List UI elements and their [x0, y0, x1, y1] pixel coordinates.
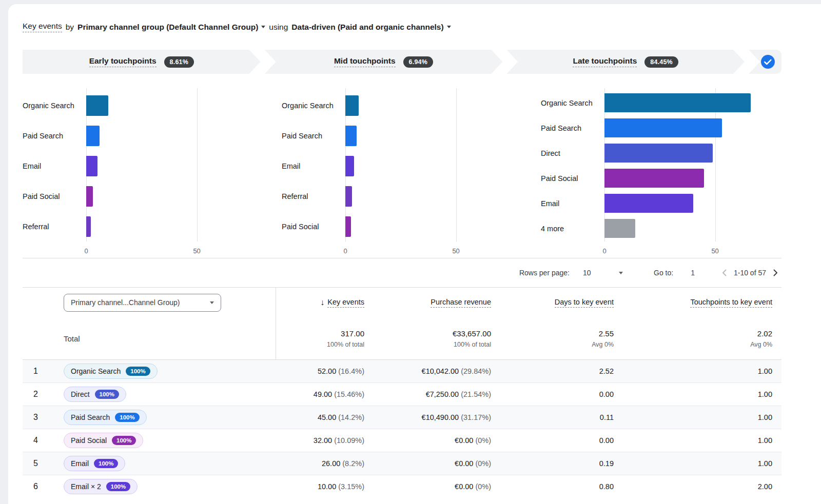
rows-per-page-select[interactable]: 10 [583, 269, 623, 277]
funnel-segment-mid-touchpoints[interactable]: Mid touchpoints 6.94% [265, 50, 503, 74]
check-circle-icon [761, 55, 775, 69]
chart-category-label: Email [541, 199, 604, 208]
attribution-model-selector[interactable]: Data-driven (Paid and organic channels) [291, 23, 451, 32]
cell-touchpoints-to-key-event: 1.00 [614, 413, 781, 421]
key-events-metric-label[interactable]: Key events [23, 22, 62, 32]
report-card: Key events by Primary channel group (Def… [8, 4, 821, 504]
dimension-selector[interactable]: Primary channel group (Default Channel G… [77, 23, 265, 32]
column-header-touchpoints-to-key-event[interactable]: Touchpoints to key event [614, 288, 781, 317]
cell-touchpoints-to-key-event: 1.00 [614, 459, 781, 468]
cell-days-to-key-event: 0.00 [491, 436, 614, 445]
chart-category-label: Organic Search [282, 102, 345, 110]
chevron-down-icon [619, 272, 623, 274]
chart-category-label: Referral [282, 192, 345, 200]
column-header-label: Touchpoints to key event [690, 298, 772, 308]
cell-touchpoints-to-key-event: 1.00 [614, 436, 781, 445]
chart-bar-track [86, 156, 263, 176]
cell-touchpoints-to-key-event: 1.00 [614, 390, 781, 398]
chart-bar[interactable] [604, 118, 722, 137]
chart-category-label: Paid Social [23, 192, 86, 200]
cell-key-events: 45.00(14.2%) [276, 413, 364, 421]
channel-name: Email [71, 459, 89, 468]
attribution-percent-badge: 100% [106, 482, 130, 491]
chart-bar[interactable] [86, 95, 108, 116]
header-index-spacer [23, 288, 64, 317]
chart-bar-track [604, 118, 781, 137]
chart-bar[interactable] [345, 156, 354, 176]
chart-bar-track [604, 194, 781, 213]
chart-bar[interactable] [86, 216, 91, 237]
chart-bar-track [345, 216, 522, 237]
chart-bar[interactable] [86, 126, 100, 146]
cell-key-events: 49.00(15.46%) [276, 390, 364, 398]
row-index: 6 [23, 482, 64, 491]
chart-bar[interactable] [345, 95, 359, 116]
cell-purchase-revenue: €0.00(0%) [364, 436, 491, 445]
cell-key-events: 52.00(16.4%) [276, 367, 364, 375]
chart-bar[interactable] [86, 186, 93, 207]
chart-bar[interactable] [604, 194, 693, 213]
funnel-segment-percent-badge: 8.61% [164, 56, 194, 68]
chart-bar-track [604, 144, 781, 163]
goto-label: Go to: [654, 269, 673, 277]
table-row[interactable]: 6 Email × 2 100% 10.00(3.15%) €0.00(0%) … [23, 475, 781, 498]
chart-bar[interactable] [604, 169, 704, 188]
table-row[interactable]: 2 Direct 100% 49.00(15.46%) €7,250.00(21… [23, 382, 781, 406]
row-index: 5 [23, 459, 64, 468]
cell-days-to-key-event: 0.80 [491, 482, 614, 491]
channel-name: Email × 2 [71, 482, 101, 491]
chart-bar[interactable] [345, 186, 352, 207]
table-row[interactable]: 3 Paid Search 100% 45.00(14.2%) €10,490.… [23, 406, 781, 429]
column-header-days-to-key-event[interactable]: Days to key event [491, 288, 614, 317]
chart-bar-track [86, 126, 263, 146]
chart-bar[interactable] [604, 219, 635, 238]
previous-page-icon[interactable] [718, 267, 731, 279]
channel-chip: Paid Social 100% [64, 433, 143, 448]
chart-mid-touchpoints: Organic SearchPaid SearchEmailReferralPa… [282, 90, 522, 258]
cell-days-to-key-event: 0.19 [491, 459, 614, 468]
cell-key-events: 32.00(10.09%) [276, 436, 364, 445]
next-page-icon[interactable] [769, 267, 781, 279]
channel-chip: Email 100% [64, 456, 125, 471]
total-purchase-revenue: €33,657.00 100% of total [364, 317, 491, 359]
chart-bar-track [345, 186, 522, 207]
column-header-key-events[interactable]: ↓ Key events [276, 288, 364, 317]
chart-category-label: Referral [23, 223, 86, 231]
chart-bar-track [345, 95, 522, 116]
attribution-table: Primary channel...Channel Group) ↓ Key e… [23, 287, 781, 498]
channel-chip: Organic Search 100% [64, 364, 158, 379]
chart-bar[interactable] [86, 156, 97, 176]
title-by: by [66, 23, 74, 32]
rows-per-page-label: Rows per page: [519, 269, 570, 277]
axis-tick-label: 50 [711, 247, 718, 255]
chart-category-label: Paid Social [541, 174, 604, 183]
table-row[interactable]: 4 Paid Social 100% 32.00(10.09%) €0.00(0… [23, 429, 781, 452]
chart-bar-track [345, 156, 522, 176]
chart-bar[interactable] [604, 93, 751, 112]
channel-chip: Paid Search 100% [64, 410, 147, 425]
chart-x-axis: 050 [345, 241, 522, 258]
chart-category-label: Paid Search [282, 132, 345, 140]
funnel-segment-early-touchpoints[interactable]: Early touchpoints 8.61% [23, 50, 261, 74]
funnel-segment-late-touchpoints[interactable]: Late touchpoints 84.45% [506, 50, 745, 74]
goto-page-input[interactable]: 1 [691, 269, 695, 277]
report-title: Key events by Primary channel group (Def… [23, 22, 781, 32]
cell-purchase-revenue: €10,042.00(29.84%) [364, 367, 491, 375]
funnel-selected-check[interactable] [749, 50, 781, 74]
row-index: 1 [23, 367, 64, 376]
table-row[interactable]: 5 Email 100% 26.00(8.2%) €0.00(0%) 0.19 … [23, 452, 781, 475]
cell-purchase-revenue: €10,490.00(31.17%) [364, 413, 491, 421]
table-row[interactable]: 1 Organic Search 100% 52.00(16.4%) €10,0… [23, 359, 781, 382]
chart-bar[interactable] [345, 216, 351, 237]
chart-bar[interactable] [604, 144, 713, 163]
chart-category-label: Email [282, 162, 345, 170]
total-touchpoints-to-key-event: 2.02 Avg 0% [614, 317, 781, 359]
attribution-percent-badge: 100% [95, 390, 119, 399]
chart-category-label: Paid Search [23, 132, 86, 140]
dimension-dropdown[interactable]: Primary channel...Channel Group) [64, 294, 221, 312]
column-header-purchase-revenue[interactable]: Purchase revenue [364, 288, 491, 317]
chart-category-label: Email [23, 162, 86, 170]
header-dimension-cell: Primary channel...Channel Group) [64, 288, 276, 317]
chart-bar[interactable] [345, 126, 357, 146]
chart-bar-track [345, 126, 522, 146]
